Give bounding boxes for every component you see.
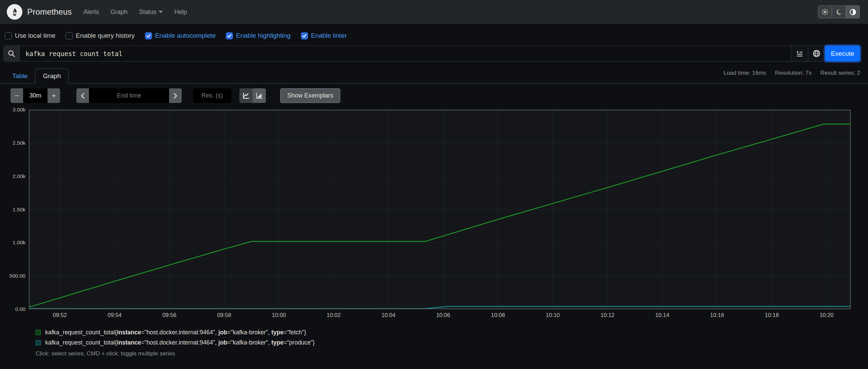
query-stats: Load time: 16ms Resolution: 7s Result se… [723,70,860,76]
x-axis-label: 09:58 [217,312,231,318]
auto-theme-button[interactable] [846,5,860,18]
plot-area[interactable] [29,110,851,311]
execute-button[interactable]: Execute [825,46,860,62]
legend-item[interactable]: kafka_request_count_total{instance="host… [36,339,868,346]
checkbox-enable-autocomplete[interactable]: Enable autocomplete [145,32,216,39]
stacked-chart-icon [255,92,263,100]
checkbox-icon [301,32,308,39]
chevron-right-icon [173,93,178,99]
interaction-hint: Click: select series, CMD + click: toggl… [36,350,868,357]
y-axis-label: 500.00 [10,273,25,279]
x-axis-label: 10:10 [546,312,560,318]
tab-graph[interactable]: Graph [35,69,69,84]
end-time-forward-button[interactable] [169,88,182,103]
x-axis-label: 10:14 [655,312,669,318]
navbar: Prometheus AlertsGraphStatusHelp [0,0,868,24]
checkbox-enable-query-history[interactable]: Enable query history [66,32,134,39]
query-input[interactable] [20,46,791,61]
stacked-chart-toggle[interactable] [253,88,266,103]
prometheus-logo [7,4,22,20]
resolution: Resolution: 7s [775,70,812,76]
globe-icon [812,49,821,58]
contrast-icon [849,8,856,16]
x-axis-label: 10:18 [765,312,779,318]
end-time-back-button[interactable] [76,88,89,103]
legend: kafka_request_count_total{instance="host… [36,329,868,346]
y-axis-label: 2.50k [13,140,25,146]
resolution-input[interactable] [193,88,231,103]
nav-links: AlertsGraphStatusHelp [83,8,187,16]
x-axis-label: 10:20 [819,312,833,318]
x-axis-label: 10:08 [491,312,505,318]
checkbox-icon [5,32,12,39]
y-axis-label: 3.00k [13,107,25,113]
result-series: Result series: 2 [820,70,860,76]
end-time-group [76,88,182,103]
checkbox-icon [226,32,233,39]
show-exemplars-button[interactable]: Show Exemplars [280,88,340,103]
legend-swatch [36,340,41,345]
x-axis-label: 09:56 [162,312,176,318]
metrics-explorer-button[interactable] [808,46,825,61]
theme-toggle-group [818,5,860,18]
search-icon [7,50,16,58]
y-axis-label: 1.50k [13,207,25,213]
y-axis-labels: 0.00500.001.00k1.50k2.00k2.50k3.00k [0,110,25,309]
x-axis-label: 10:16 [710,312,724,318]
x-axis-label: 10:02 [327,312,341,318]
tab-table[interactable]: Table [5,69,35,83]
search-box [4,46,20,61]
x-axis-labels: 09:5209:5409:5609:5810:0010:0210:0410:06… [29,312,851,320]
chart[interactable]: 0.00500.001.00k1.50k2.00k2.50k3.00k 09:5… [0,105,868,320]
nav-item-alerts[interactable]: Alerts [83,8,99,16]
checkbox-use-local-time[interactable]: Use local time [5,32,55,39]
x-axis-label: 09:52 [53,312,67,318]
end-time-input[interactable] [89,88,169,103]
checkbox-icon [145,32,152,39]
tabs-row: Table Graph Load time: 16ms Resolution: … [0,67,868,84]
query-input-group: Execute [3,46,860,62]
nav-item-status[interactable]: Status [139,8,163,16]
x-axis-label: 09:54 [108,312,122,318]
x-axis-label: 10:06 [436,312,450,318]
graph-controls: − + Show Exempla [0,88,868,103]
format-icon [796,50,804,58]
options-row: Use local timeEnable query historyEnable… [0,24,868,45]
torch-icon [10,7,20,17]
checkbox-enable-linter[interactable]: Enable linter [301,32,347,39]
checkbox-icon [66,32,73,39]
sun-icon [821,8,829,16]
x-axis-label: 10:00 [272,312,286,318]
decrease-range-button[interactable]: − [11,88,23,103]
checkbox-label: Enable query history [76,32,134,39]
brand-title: Prometheus [27,7,72,17]
checkbox-enable-highlighting[interactable]: Enable highlighting [226,32,291,39]
legend-item[interactable]: kafka_request_count_total{instance="host… [36,329,868,336]
nav-item-help[interactable]: Help [174,8,187,16]
legend-swatch [36,330,41,335]
legend-label: kafka_request_count_total{instance="host… [45,339,315,346]
legend-label: kafka_request_count_total{instance="host… [45,329,306,336]
query-row: Execute [0,45,868,62]
chart-type-toggle [239,88,266,103]
chevron-left-icon [80,93,85,99]
line-chart-icon [242,92,250,100]
dark-theme-button[interactable] [832,5,846,18]
moon-icon [835,8,842,15]
y-axis-label: 2.00k [13,173,25,179]
increase-range-button[interactable]: + [48,88,60,103]
format-query-button[interactable] [791,46,808,61]
checkbox-label: Enable autocomplete [155,32,216,39]
caret-down-icon [159,11,163,13]
line-chart-toggle[interactable] [239,88,253,103]
range-group: − + [11,88,60,103]
checkbox-label: Enable linter [311,32,347,39]
checkbox-label: Enable highlighting [236,32,291,39]
y-axis-label: 1.00k [13,240,25,246]
nav-item-graph[interactable]: Graph [110,8,127,16]
range-input[interactable] [23,88,48,103]
checkbox-label: Use local time [15,32,55,39]
x-axis-label: 10:04 [381,312,395,318]
light-theme-button[interactable] [818,5,832,18]
load-time: Load time: 16ms [723,70,766,76]
